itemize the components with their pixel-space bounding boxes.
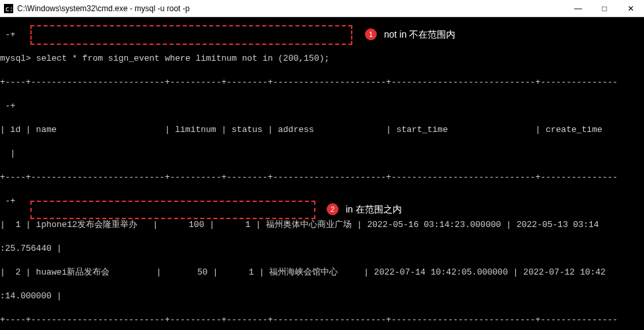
annotation-text-1: not in 不在范围内 [384, 28, 455, 40]
window-controls: — □ ✕ [565, 0, 644, 17]
cmd-icon: c: [4, 4, 13, 13]
close-button[interactable]: ✕ [618, 0, 644, 17]
window-titlebar: c: C:\Windows\system32\cmd.exe - mysql -… [0, 0, 644, 17]
terminal-content[interactable]: -+ mysql> select * from sign_event where… [0, 17, 644, 330]
table-row: | 1 | iphone12发布会隆重举办 | 100 | 1 | 福州奥体中心… [0, 219, 644, 231]
maximize-button[interactable]: □ [591, 0, 618, 17]
divider-line: +----+--------------------------+-------… [0, 314, 644, 326]
svg-text:c:: c: [5, 5, 13, 13]
window-title: C:\Windows\system32\cmd.exe - mysql -u r… [17, 4, 565, 13]
annotation-badge-1: 1 [365, 28, 377, 40]
divider-line: -+ [0, 195, 644, 207]
annotation-text-2: in 在范围之内 [346, 203, 402, 215]
divider-line: | [0, 148, 644, 160]
query-line: mysql> select * from sign_event where li… [0, 53, 644, 65]
annotation-badge-2: 2 [327, 203, 338, 215]
table-row-wrap: :25.756440 | [0, 243, 644, 255]
prompt: mysql> [0, 53, 31, 63]
divider-line: -+ [0, 100, 644, 112]
sql-query-1: select * from sign_event where limitnum … [36, 53, 330, 63]
minimize-button[interactable]: — [565, 0, 591, 17]
divider-line: +----+--------------------------+-------… [0, 77, 644, 88]
table-row-wrap: :14.000000 | [0, 290, 644, 302]
divider-line: +----+--------------------------+-------… [0, 172, 644, 183]
table-row: | 2 | huawei新品发布会 | 50 | 1 | 福州海峡会馆中心 | … [0, 267, 644, 279]
divider-line: -+ [0, 29, 644, 41]
header-row: | id | name | limitnum | status | addres… [0, 124, 644, 136]
